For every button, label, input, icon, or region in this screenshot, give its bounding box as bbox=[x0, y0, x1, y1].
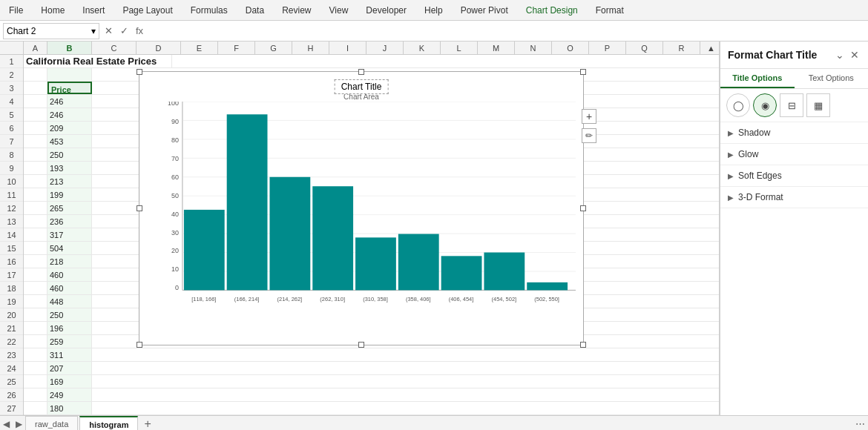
cell[interactable]: 218 bbox=[47, 255, 92, 268]
handle-tl[interactable] bbox=[137, 69, 142, 75]
cell[interactable]: 311 bbox=[47, 348, 92, 361]
name-box[interactable]: Chart 2 ▾ bbox=[3, 23, 99, 39]
sheet-tab-histogram[interactable]: histogram bbox=[79, 416, 138, 431]
sheet-nav-next[interactable]: ▶ bbox=[13, 419, 25, 429]
handle-br[interactable] bbox=[580, 342, 586, 348]
menu-formulas[interactable]: Formulas bbox=[188, 4, 231, 17]
handle-bl[interactable] bbox=[137, 342, 142, 348]
cell[interactable]: 207 bbox=[47, 362, 92, 374]
sheet-tabs-bar: ◀ ▶ raw_data histogram + ⋯ bbox=[0, 415, 868, 430]
col-header-q[interactable]: Q bbox=[626, 42, 663, 54]
name-box-arrow[interactable]: ▾ bbox=[91, 26, 96, 36]
chart-edit-btn[interactable]: ✏ bbox=[582, 128, 596, 143]
cell[interactable]: 259 bbox=[47, 335, 92, 348]
handle-tm[interactable] bbox=[358, 69, 364, 75]
col-header-p[interactable]: P bbox=[589, 42, 626, 54]
chart-add-element-btn[interactable]: + bbox=[582, 109, 596, 124]
cell[interactable]: 317 bbox=[47, 228, 92, 241]
col-header-n[interactable]: N bbox=[515, 42, 552, 54]
cell[interactable]: 209 bbox=[47, 122, 92, 134]
cell[interactable]: 196 bbox=[47, 322, 92, 334]
price-header: Price bbox=[47, 82, 92, 94]
tab-title-options[interactable]: Title Options bbox=[720, 69, 795, 88]
col-header-f[interactable]: F bbox=[218, 42, 255, 54]
formula-icon[interactable]: fx bbox=[134, 25, 145, 36]
cell bbox=[24, 215, 47, 228]
size-properties-icon[interactable]: ⊟ bbox=[780, 93, 803, 117]
cell[interactable]: 213 bbox=[47, 175, 92, 188]
menu-power-pivot[interactable]: Power Pivot bbox=[458, 4, 511, 17]
col-header-k[interactable]: K bbox=[404, 42, 441, 54]
shadow-row[interactable]: ▶ Shadow bbox=[720, 122, 868, 143]
menu-page-layout[interactable]: Page Layout bbox=[119, 4, 175, 17]
effects-icon[interactable]: ◉ bbox=[753, 93, 777, 117]
cell[interactable]: 236 bbox=[47, 215, 92, 228]
cell[interactable]: 504 bbox=[47, 242, 92, 254]
cell[interactable]: 453 bbox=[47, 135, 92, 148]
menu-chart-design[interactable]: Chart Design bbox=[523, 4, 581, 17]
panel-close-btn[interactable]: ✕ bbox=[849, 47, 861, 62]
col-header-d[interactable]: D bbox=[137, 42, 181, 54]
cell[interactable]: 460 bbox=[47, 282, 92, 294]
sheet-add-btn[interactable]: + bbox=[139, 417, 155, 431]
cell[interactable]: 169 bbox=[47, 375, 92, 388]
sheet-tab-raw-data[interactable]: raw_data bbox=[25, 416, 78, 431]
soft-edges-row[interactable]: ▶ Soft Edges bbox=[720, 165, 868, 186]
handle-tr[interactable] bbox=[580, 69, 586, 75]
col-header-i[interactable]: I bbox=[329, 42, 366, 54]
sheet-options-btn[interactable]: ⋯ bbox=[852, 418, 868, 429]
menu-help[interactable]: Help bbox=[421, 4, 446, 17]
cell[interactable]: 246 bbox=[47, 108, 92, 121]
sheet-nav-prev[interactable]: ◀ bbox=[0, 419, 13, 429]
menu-insert[interactable]: Insert bbox=[79, 4, 108, 17]
fill-color-icon[interactable]: ◯ bbox=[726, 93, 750, 117]
3d-format-row[interactable]: ▶ 3-D Format bbox=[720, 187, 868, 208]
cell[interactable] bbox=[47, 68, 92, 81]
formula-input[interactable] bbox=[148, 23, 865, 39]
cell[interactable]: 460 bbox=[47, 268, 92, 281]
col-header-r[interactable]: R bbox=[663, 42, 700, 54]
cell[interactable]: 250 bbox=[47, 148, 92, 161]
glow-row[interactable]: ▶ Glow bbox=[720, 144, 868, 165]
chart-options-icon[interactable]: ▦ bbox=[806, 93, 830, 117]
cell[interactable]: 250 bbox=[47, 308, 92, 321]
col-header-b[interactable]: B bbox=[47, 42, 92, 54]
cell[interactable]: 246 bbox=[47, 95, 92, 108]
cell[interactable]: 193 bbox=[47, 162, 92, 174]
chart-title[interactable]: Chart Title bbox=[335, 79, 389, 94]
col-header-o[interactable]: O bbox=[552, 42, 589, 54]
col-header-h[interactable]: H bbox=[292, 42, 329, 54]
tab-text-options[interactable]: Text Options bbox=[795, 69, 869, 88]
cell[interactable]: 199 bbox=[47, 188, 92, 201]
col-header-j[interactable]: J bbox=[366, 42, 404, 54]
menu-view[interactable]: View bbox=[326, 4, 352, 17]
menu-home[interactable]: Home bbox=[38, 4, 68, 17]
panel-title: Format Chart Title bbox=[728, 49, 817, 61]
cell[interactable]: 265 bbox=[47, 202, 92, 214]
handle-bm[interactable] bbox=[358, 342, 364, 348]
chart-container[interactable]: + ✏ Chart Title Chart Area 100 90 80 70 … bbox=[139, 71, 584, 345]
row-num-7: 7 bbox=[0, 135, 23, 148]
col-header-m[interactable]: M bbox=[478, 42, 515, 54]
col-header-a[interactable]: A bbox=[24, 42, 47, 54]
cell[interactable]: 180 bbox=[47, 402, 92, 414]
menu-developer[interactable]: Developer bbox=[363, 4, 410, 17]
col-header-e[interactable]: E bbox=[181, 42, 218, 54]
col-header-g[interactable]: G bbox=[255, 42, 292, 54]
handle-mr[interactable] bbox=[580, 205, 586, 211]
row-num-25: 25 bbox=[0, 375, 23, 388]
confirm-btn[interactable]: ✓ bbox=[118, 25, 131, 36]
col-header-c[interactable]: C bbox=[92, 42, 137, 54]
cell[interactable]: 448 bbox=[47, 295, 92, 308]
cancel-btn[interactable]: ✕ bbox=[102, 25, 115, 36]
menu-review[interactable]: Review bbox=[279, 4, 314, 17]
handle-ml[interactable] bbox=[137, 205, 142, 211]
cell[interactable]: 249 bbox=[47, 388, 92, 401]
panel-expand-icon[interactable]: ⌄ bbox=[834, 47, 846, 62]
col-header-l[interactable]: L bbox=[441, 42, 478, 54]
row-num-2: 2 bbox=[0, 68, 23, 82]
menu-file[interactable]: File bbox=[6, 4, 26, 17]
menu-format[interactable]: Format bbox=[593, 4, 627, 17]
svg-text:70: 70 bbox=[171, 155, 179, 162]
menu-data[interactable]: Data bbox=[243, 4, 267, 17]
